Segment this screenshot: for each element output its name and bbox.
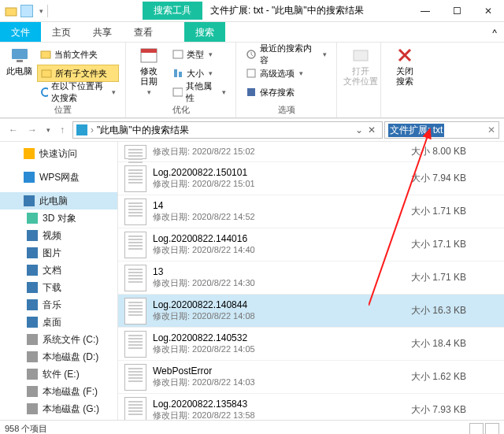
ribbon-collapse-icon[interactable]: ^ [485, 22, 504, 44]
all-subfolders-button[interactable]: 所有子文件夹 [37, 65, 119, 82]
list-item[interactable]: Log.20200822.135843 修改日期: 2020/8/22 13:5… [118, 394, 504, 420]
size-button[interactable]: 大小 [169, 65, 229, 82]
nav-back-button[interactable]: ← [5, 121, 22, 139]
file-icon [124, 145, 146, 159]
clear-search-icon[interactable]: ✕ [487, 124, 495, 135]
svg-rect-15 [354, 50, 368, 61]
svg-rect-9 [174, 69, 177, 77]
list-item[interactable]: Log.20200822.150101 修改日期: 2020/8/22 15:0… [118, 162, 504, 195]
breadcrumb: "此电脑"中的搜索结果 [97, 124, 189, 137]
file-icon [124, 232, 146, 258]
nav-music[interactable]: 音乐 [0, 296, 117, 313]
group-options-label: 选项 [243, 102, 330, 116]
svg-rect-1 [12, 49, 28, 59]
window-title: 文件扩展: txt - "此电脑"中的搜索结果 [210, 4, 364, 17]
list-item[interactable]: Log.20200822.140532 修改日期: 2020/8/22 14:0… [118, 328, 504, 361]
file-name: Log.20200822.150101 [153, 167, 405, 178]
nav-disk-e[interactable]: 软件 (E:) [0, 365, 117, 383]
date-modified-button[interactable]: 修改 日期 [132, 46, 165, 101]
nav-downloads[interactable]: 下载 [0, 279, 117, 296]
close-button[interactable]: ✕ [472, 0, 504, 22]
list-item[interactable]: 14 修改日期: 2020/8/22 14:52 大小 1.71 KB [118, 195, 504, 228]
status-bar: 958 个项目 [0, 420, 504, 434]
nav-wps[interactable]: WPS网盘 [0, 169, 117, 186]
nav-disk-f[interactable]: 本地磁盘 (F:) [0, 383, 117, 400]
svg-point-5 [42, 88, 48, 96]
file-name: 13 [153, 266, 405, 277]
list-item[interactable]: Log.20200822.144016 修改日期: 2020/8/22 14:4… [118, 228, 504, 262]
details-view-button[interactable] [469, 423, 484, 435]
nav-disk-d[interactable]: 本地磁盘 (D:) [0, 348, 117, 365]
this-pc-label: 此电脑 [6, 66, 32, 76]
file-modified: 修改日期: 2020/8/22 14:30 [153, 277, 405, 289]
stop-icon[interactable]: ✕ [365, 124, 379, 135]
nav-forward-button[interactable]: → [24, 121, 41, 139]
file-name: Log.20200822.144016 [153, 233, 405, 244]
tab-share[interactable]: 共享 [82, 22, 123, 42]
nav-documents[interactable]: 文档 [0, 262, 117, 279]
nav-desktop[interactable]: 桌面 [0, 313, 117, 331]
file-size: 大小 1.62 KB [411, 370, 498, 384]
path-dropdown-icon[interactable]: ⌄ [355, 124, 363, 135]
svg-rect-10 [179, 72, 182, 77]
tab-view[interactable]: 查看 [123, 22, 164, 42]
nav-3d-objects[interactable]: 3D 对象 [0, 210, 117, 227]
nav-this-pc[interactable]: 此电脑 [0, 192, 117, 210]
tab-search[interactable]: 搜索 [184, 22, 225, 42]
contextual-tab-label: 搜索工具 [143, 2, 202, 20]
file-modified: 修改日期: 2020/8/22 14:52 [153, 211, 405, 223]
group-location-label: 位置 [6, 102, 119, 116]
current-folder-button[interactable]: 当前文件夹 [37, 46, 119, 63]
this-pc-button[interactable]: 此电脑 [6, 46, 32, 101]
nav-disk-c[interactable]: 系统文件 (C:) [0, 331, 117, 348]
search-input[interactable]: 文件扩展: txt ✕ [384, 121, 499, 139]
large-icons-button[interactable] [485, 423, 499, 435]
path-box[interactable]: › "此电脑"中的搜索结果 ⌄ ✕ [72, 121, 383, 139]
qat-icon[interactable] [20, 5, 33, 17]
maximize-button[interactable]: ☐ [441, 0, 472, 22]
divider [47, 5, 48, 17]
file-icon [124, 397, 146, 421]
tab-file[interactable]: 文件 [0, 22, 41, 42]
file-size: 大小 17.1 KB [411, 238, 498, 251]
nav-disk-h[interactable]: 本地磁盘 (H:) [0, 417, 117, 420]
close-search-button[interactable]: 关闭 搜索 [387, 46, 422, 87]
list-item[interactable]: Log.20200822.140844 修改日期: 2020/8/22 14:0… [118, 295, 504, 328]
ribbon-tabs: 文件 主页 共享 查看 搜索 ^ [0, 22, 504, 43]
file-modified: 修改日期: 2020/8/22 14:03 [153, 377, 405, 388]
file-size: 大小 1.71 KB [411, 271, 498, 284]
tab-home[interactable]: 主页 [41, 22, 82, 42]
svg-rect-11 [173, 88, 183, 96]
list-item[interactable]: WebPostError 修改日期: 2020/8/22 14:03 大小 1.… [118, 361, 504, 394]
advanced-options-button[interactable]: 高级选项 [243, 65, 330, 82]
file-size: 大小 18.4 KB [411, 337, 498, 351]
nav-videos[interactable]: 视频 [0, 227, 117, 244]
kind-button[interactable]: 类型 [169, 46, 229, 63]
file-size: 大小 1.71 KB [411, 205, 498, 218]
svg-rect-3 [41, 51, 50, 58]
file-modified: 修改日期: 2020/8/22 14:08 [153, 310, 405, 322]
nav-quick-access[interactable]: 快速访问 [0, 145, 117, 162]
file-name: Log.20200822.135843 [153, 399, 405, 410]
search-again-button[interactable]: 在以下位置再次搜索 [37, 83, 119, 101]
other-props-button[interactable]: 其他属性 [169, 83, 229, 101]
qat-dropdown[interactable] [36, 5, 44, 17]
file-name: Log.20200822.140844 [153, 299, 405, 310]
list-item[interactable]: 13 修改日期: 2020/8/22 14:30 大小 1.71 KB [118, 262, 504, 295]
nav-history-button[interactable] [43, 121, 52, 139]
recent-searches-button[interactable]: 最近的搜索内容 [243, 46, 330, 63]
list-item[interactable]: 修改日期: 2020/8/22 15:02 大小 8.00 KB [118, 142, 504, 162]
file-size: 大小 7.93 KB [411, 403, 498, 417]
file-modified: 修改日期: 2020/8/22 14:05 [153, 343, 405, 355]
save-search-button[interactable]: 保存搜索 [243, 83, 330, 101]
file-icon [124, 265, 146, 291]
file-name: WebPostError [153, 365, 405, 377]
open-location-button[interactable]: 打开 文件位置 [343, 46, 378, 87]
minimize-button[interactable]: — [410, 0, 441, 22]
nav-pictures[interactable]: 图片 [0, 244, 117, 262]
nav-up-button[interactable]: ↑ [54, 121, 71, 139]
file-icon [124, 198, 146, 225]
file-icon [124, 298, 146, 325]
file-name: Log.20200822.140532 [153, 332, 405, 343]
nav-disk-g[interactable]: 本地磁盘 (G:) [0, 400, 117, 417]
